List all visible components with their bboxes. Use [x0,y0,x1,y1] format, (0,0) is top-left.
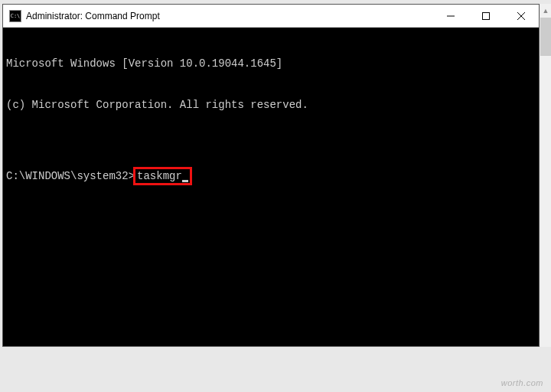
watermark-text: worth.com [501,378,543,387]
terminal-output-line: (c) Microsoft Corporation. All rights re… [6,98,536,112]
scroll-thumb[interactable] [540,18,551,56]
cursor-icon [182,180,188,182]
svg-rect-1 [483,12,490,19]
maximize-button[interactable] [468,5,504,27]
cmd-icon: C:\ [9,10,21,22]
window-title: Administrator: Command Prompt [26,11,433,21]
vertical-scrollbar[interactable]: ▲ [540,4,551,347]
scroll-up-icon[interactable]: ▲ [540,4,551,18]
terminal-area[interactable]: Microsoft Windows [Version 10.0.19044.16… [3,28,539,346]
command-prompt-window: C:\ Administrator: Command Prompt Micros… [2,4,540,347]
command-highlight: taskmgr [133,167,192,185]
close-button[interactable] [504,5,539,27]
titlebar[interactable]: C:\ Administrator: Command Prompt [3,5,539,28]
command-line: C:\WINDOWS\system32>taskmgr [6,167,536,185]
typed-command: taskmgr [137,170,182,182]
window-controls [433,5,539,27]
terminal-output-line: Microsoft Windows [Version 10.0.19044.16… [6,57,536,70]
prompt-text: C:\WINDOWS\system32> [6,169,135,183]
minimize-button[interactable] [433,5,468,27]
